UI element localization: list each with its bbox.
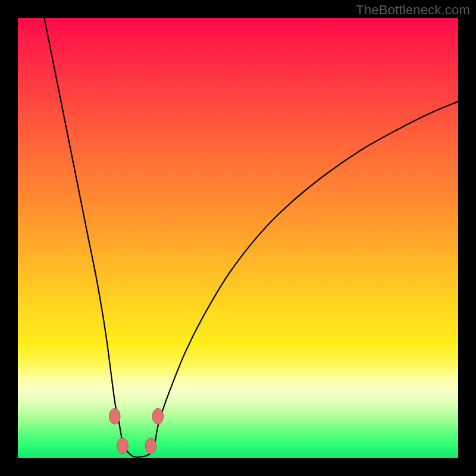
- curve-layer: [18, 18, 458, 458]
- valley-markers: [109, 408, 164, 453]
- valley-marker: [145, 438, 156, 454]
- bottleneck-curve: [44, 18, 458, 458]
- chart-frame: TheBottleneck.com: [0, 0, 476, 476]
- plot-area: [18, 18, 458, 458]
- valley-marker: [117, 438, 129, 454]
- watermark-text: TheBottleneck.com: [356, 2, 470, 18]
- valley-marker: [109, 408, 121, 424]
- valley-marker: [152, 408, 164, 424]
